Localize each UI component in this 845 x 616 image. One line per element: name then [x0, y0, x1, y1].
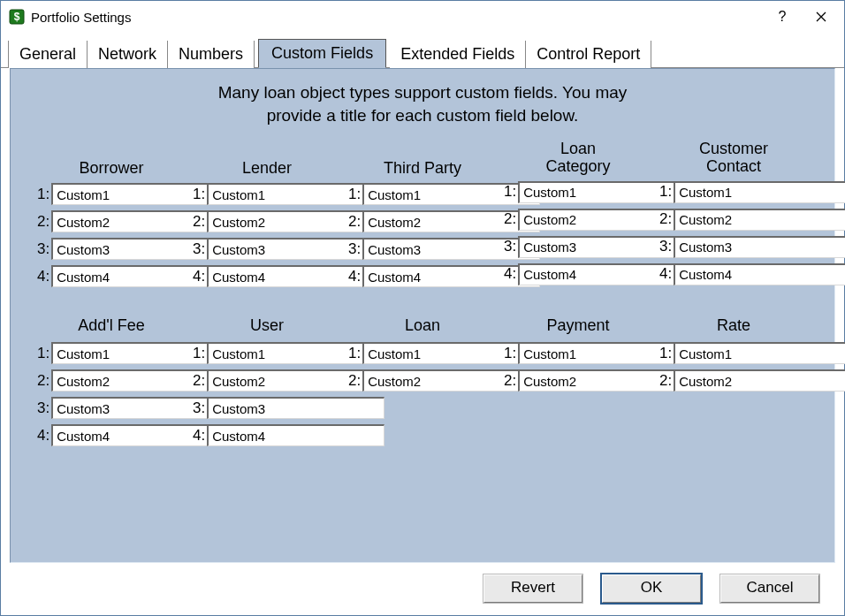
field-label: 3: [504, 238, 518, 255]
customer-contact-field-3[interactable] [674, 236, 845, 258]
group-header: Rate [659, 317, 808, 337]
field-label: 2: [37, 372, 51, 390]
group-header: Payment [504, 317, 652, 337]
group-payment: Payment 1: 2: [504, 317, 652, 452]
field-label: 4: [659, 265, 674, 283]
tab-control-report[interactable]: Control Report [526, 41, 651, 68]
field-label: 3: [37, 399, 51, 417]
field-label: 3: [348, 240, 362, 258]
group-header: Third Party [348, 141, 497, 178]
tab-strip: General Network Numbers Custom Fields Ex… [1, 33, 844, 68]
content-area: Many loan object types support custom fi… [1, 68, 844, 564]
group-lender: Lender 1: 2: 3: 4: [193, 141, 341, 293]
intro-line1: Many loan object types support custom fi… [218, 83, 628, 102]
field-label: 1: [659, 345, 674, 362]
field-label: 1: [659, 183, 674, 201]
intro-text: Many loan object types support custom fi… [37, 81, 808, 126]
group-customer-contact: Customer Contact 1: 2: 3: 4: [659, 141, 808, 293]
app-icon: $ [8, 8, 26, 26]
group-borrower: Borrower 1: 2: 3: 4: [37, 141, 186, 293]
intro-line2: provide a title for each custom field be… [267, 106, 579, 125]
field-label: 4: [37, 268, 51, 285]
group-user: User 1: 2: 3: 4: [193, 317, 341, 452]
group-loan-category: Loan Category 1: 2: 3: 4: [504, 141, 652, 293]
tab-numbers[interactable]: Numbers [168, 41, 255, 68]
field-label: 4: [37, 427, 51, 445]
close-icon[interactable] [802, 4, 841, 30]
customer-contact-field-1[interactable] [674, 181, 845, 203]
field-label: 1: [193, 345, 207, 362]
field-label: 4: [348, 268, 362, 285]
tab-network[interactable]: Network [88, 41, 168, 68]
field-label: 2: [348, 213, 362, 231]
group-row-2: Add'l Fee 1: 2: 3: 4: User 1: 2: 3: 4: L… [37, 317, 808, 452]
field-label: 2: [348, 372, 362, 390]
group-header: Lender [193, 141, 341, 178]
field-label: 3: [37, 240, 51, 258]
group-header: Customer Contact [659, 141, 808, 176]
field-label: 1: [348, 186, 362, 203]
field-label: 2: [659, 210, 674, 228]
tab-custom-fields[interactable]: Custom Fields [258, 39, 386, 68]
field-label: 2: [504, 210, 518, 228]
field-label: 1: [37, 186, 51, 203]
group-header: Loan Category [504, 141, 652, 176]
field-label: 2: [193, 372, 207, 390]
field-label: 4: [504, 265, 518, 283]
rate-field-1[interactable] [674, 342, 845, 364]
field-label: 1: [37, 345, 51, 362]
field-label: 1: [348, 345, 362, 362]
field-label: 3: [193, 240, 207, 258]
field-label: 3: [659, 238, 674, 255]
svg-text:$: $ [14, 11, 20, 23]
field-label: 4: [193, 268, 207, 285]
field-label: 2: [504, 372, 518, 390]
group-header: Loan [348, 317, 497, 337]
revert-button[interactable]: Revert [483, 574, 582, 603]
group-header: Add'l Fee [37, 317, 186, 337]
field-label: 2: [37, 213, 51, 231]
button-bar: Revert OK Cancel [1, 564, 844, 615]
customer-contact-field-4[interactable] [674, 263, 845, 285]
group-addl-fee: Add'l Fee 1: 2: 3: 4: [37, 317, 186, 452]
rate-field-2[interactable] [674, 369, 845, 392]
help-icon[interactable]: ? [763, 4, 802, 30]
tab-general[interactable]: General [8, 41, 88, 68]
field-label: 1: [504, 345, 518, 362]
group-loan: Loan 1: 2: [348, 317, 497, 452]
field-label: 2: [659, 372, 674, 390]
group-row-1: Borrower 1: 2: 3: 4: Lender 1: 2: 3: 4: … [37, 141, 808, 293]
group-header: User [193, 317, 341, 337]
window-title: Portfolio Settings [31, 10, 131, 25]
group-header: Borrower [37, 141, 186, 178]
group-rate: Rate 1: 2: [659, 317, 808, 452]
cancel-button[interactable]: Cancel [720, 574, 819, 603]
ok-button[interactable]: OK [602, 574, 701, 603]
dialog-window: $ Portfolio Settings ? General Network N… [0, 0, 845, 616]
field-label: 3: [193, 399, 207, 417]
field-label: 1: [193, 186, 207, 203]
field-label: 4: [193, 427, 207, 445]
titlebar: $ Portfolio Settings ? [1, 1, 844, 33]
custom-fields-panel: Many loan object types support custom fi… [10, 68, 835, 563]
tab-extended-fields[interactable]: Extended Fields [390, 41, 526, 68]
customer-contact-field-2[interactable] [674, 209, 845, 231]
field-label: 1: [504, 183, 518, 201]
group-third-party: Third Party 1: 2: 3: 4: [348, 141, 497, 293]
field-label: 2: [193, 213, 207, 231]
